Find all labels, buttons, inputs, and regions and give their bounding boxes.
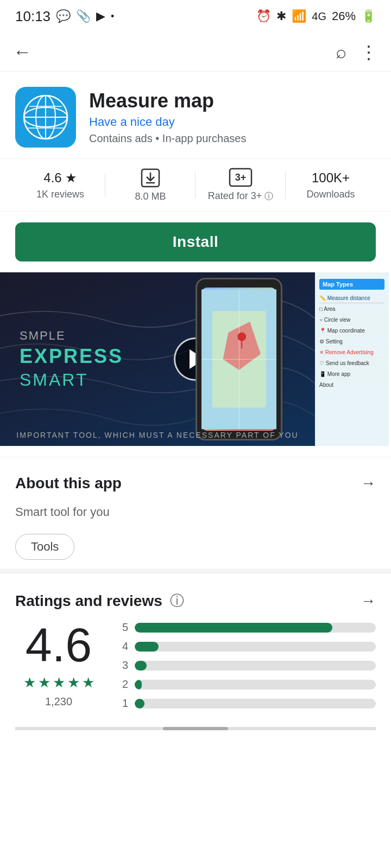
app-title: Measure map xyxy=(89,90,376,112)
category-tag[interactable]: Tools xyxy=(15,534,376,560)
status-bar-left: 10:13 💬 📎 ▶ • xyxy=(15,8,114,25)
nav-actions: ⌕ ⋮ xyxy=(336,41,378,63)
bar-row-3: 3 xyxy=(115,659,376,672)
downloads-label: Downloads xyxy=(306,189,355,200)
ss-header: Map Types xyxy=(319,279,384,290)
bar-row-2: 2 xyxy=(115,678,376,691)
about-section-header: About this app → xyxy=(15,475,376,492)
app-icon xyxy=(15,87,76,148)
stat-rating: 4.6 ★ 1K reviews xyxy=(15,170,105,200)
app-header: Measure map Have a nice day Contains ads… xyxy=(0,72,391,158)
bar-row-5: 5 xyxy=(115,621,376,634)
rating-bars: 54321 xyxy=(115,621,376,716)
bar-track-3 xyxy=(135,661,376,671)
screenshots-section: SMPLE EXPRESS SMART xyxy=(0,272,391,457)
downloads-value: 100K+ xyxy=(312,170,350,186)
more-options-button[interactable]: ⋮ xyxy=(360,41,378,63)
ratings-section: Ratings and reviews ⓘ → 4.6 ★ ★ ★ ★ ★ 1,… xyxy=(0,569,391,748)
video-screenshot[interactable]: SMPLE EXPRESS SMART xyxy=(0,272,315,446)
bar-track-1 xyxy=(135,699,376,709)
ss-menu-item-4: 📍 Map coordinate xyxy=(319,328,384,336)
bar-fill-5 xyxy=(135,623,332,633)
about-arrow-button[interactable]: → xyxy=(361,475,376,492)
star-1: ★ xyxy=(23,674,36,691)
rating-count: 1,230 xyxy=(45,695,72,708)
ratings-title: Ratings and reviews xyxy=(15,592,162,610)
globe-svg xyxy=(22,93,70,141)
dot-indicator: • xyxy=(111,11,114,22)
status-time: 10:13 xyxy=(15,8,51,25)
ratings-info-icon[interactable]: ⓘ xyxy=(170,591,184,610)
age-icon: 3+ xyxy=(229,168,253,187)
bar-fill-4 xyxy=(135,642,159,652)
scroll-thumb xyxy=(163,727,228,730)
ss-menu-item-9: About xyxy=(319,382,384,390)
scroll-indicator xyxy=(15,727,376,730)
about-description: Smart tool for you xyxy=(15,503,376,521)
age-label: Rated for 3+ ⓘ xyxy=(208,190,274,202)
size-label: 8.0 MB xyxy=(135,191,166,202)
big-rating-number: 4.6 xyxy=(26,621,92,669)
ss-menu-item-6: ✕ Remove Advertising xyxy=(319,349,384,358)
install-section: Install xyxy=(0,212,391,272)
battery-icon: 🔋 xyxy=(361,9,376,23)
ss-menu-item-1: 📏 Measure distance xyxy=(319,295,384,303)
video-tagline: IMPORTANT TOOL, WHICH MUST A NECESSARY P… xyxy=(0,431,315,439)
stats-row: 4.6 ★ 1K reviews 8.0 MB 3+ Rated for 3+ … xyxy=(0,158,391,212)
star-3: ★ xyxy=(53,674,65,691)
status-bar-right: ⏰ ✱ 📶 4G 26% 🔋 xyxy=(256,9,376,23)
age-icon-svg: 3+ xyxy=(229,168,253,187)
video-text-smart: SMART xyxy=(20,370,123,390)
svg-text:3+: 3+ xyxy=(235,172,247,183)
ss-menu-item-5: ⚙ Setting xyxy=(319,339,384,347)
ratings-title-group: Ratings and reviews ⓘ xyxy=(15,591,184,610)
app-meta: Contains ads • In-app purchases xyxy=(89,132,376,145)
ss-menu-item-3: ○ Circle view xyxy=(319,317,384,325)
screenshots-row: SMPLE EXPRESS SMART xyxy=(0,272,391,446)
bar-label-3: 3 xyxy=(115,659,128,672)
stat-size: 8.0 MB xyxy=(105,168,195,202)
wifi-icon: 📶 xyxy=(292,9,306,23)
bar-label-2: 2 xyxy=(115,678,128,691)
ratings-header: Ratings and reviews ⓘ → xyxy=(15,591,376,610)
about-title: About this app xyxy=(15,475,122,492)
back-button[interactable]: ← xyxy=(13,41,31,62)
search-button[interactable]: ⌕ xyxy=(336,41,346,62)
ss-menu-item-2: □ Area xyxy=(319,306,384,314)
size-icon-svg xyxy=(141,168,160,188)
bar-label-4: 4 xyxy=(115,640,128,653)
age-info-icon[interactable]: ⓘ xyxy=(264,192,273,201)
video-text-overlay: SMPLE EXPRESS SMART xyxy=(20,329,123,390)
bar-fill-3 xyxy=(135,661,147,671)
svg-point-18 xyxy=(237,333,246,341)
install-button[interactable]: Install xyxy=(15,222,376,261)
whatsapp-icon: 💬 xyxy=(56,9,71,23)
reviews-label[interactable]: 1K reviews xyxy=(36,189,84,200)
video-text-express: EXPRESS xyxy=(20,345,123,368)
star-5-half: ★ xyxy=(82,674,94,691)
ratings-arrow-button[interactable]: → xyxy=(361,592,376,610)
secondary-screenshot: Map Types 📏 Measure distance □ Area ○ Ci… xyxy=(315,272,389,446)
paperclip-icon: 📎 xyxy=(76,9,91,23)
rating-value: 4.6 ★ xyxy=(43,170,77,186)
ss-menu-item-8: 📱 More app xyxy=(319,371,384,379)
bar-label-5: 5 xyxy=(115,621,128,634)
bar-track-4 xyxy=(135,642,376,652)
bar-row-1: 1 xyxy=(115,697,376,710)
app-info: Measure map Have a nice day Contains ads… xyxy=(89,87,376,145)
signal-icon: 4G xyxy=(312,10,326,23)
map-preview-svg xyxy=(201,288,277,431)
bar-row-4: 4 xyxy=(115,640,376,653)
star-4: ★ xyxy=(67,674,80,691)
stars-display: ★ ★ ★ ★ ★ xyxy=(23,674,94,691)
about-section: About this app → Smart tool for you Tool… xyxy=(0,457,391,569)
stat-age: 3+ Rated for 3+ ⓘ xyxy=(195,168,286,202)
phone-screen xyxy=(201,288,277,431)
bar-track-2 xyxy=(135,680,376,690)
video-text-simple: SMPLE xyxy=(20,329,123,343)
star-icon: ★ xyxy=(65,170,77,186)
app-developer[interactable]: Have a nice day xyxy=(89,115,376,129)
nav-bar: ← ⌕ ⋮ xyxy=(0,33,391,72)
status-bar: 10:13 💬 📎 ▶ • ⏰ ✱ 📶 4G 26% 🔋 xyxy=(0,0,391,33)
ratings-content: 4.6 ★ ★ ★ ★ ★ 1,230 54321 xyxy=(15,621,376,716)
